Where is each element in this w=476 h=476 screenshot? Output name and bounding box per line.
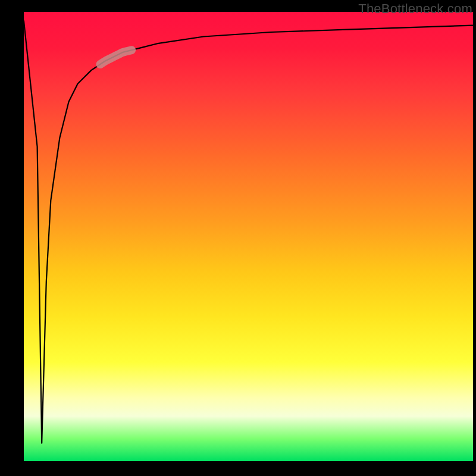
bottleneck-curve-svg	[24, 12, 473, 461]
attribution-label: TheBottleneck.com	[358, 1, 472, 17]
highlight-segment-path	[100, 50, 131, 64]
bottleneck-curve-path	[24, 21, 473, 443]
chart-frame: TheBottleneck.com	[0, 0, 476, 476]
